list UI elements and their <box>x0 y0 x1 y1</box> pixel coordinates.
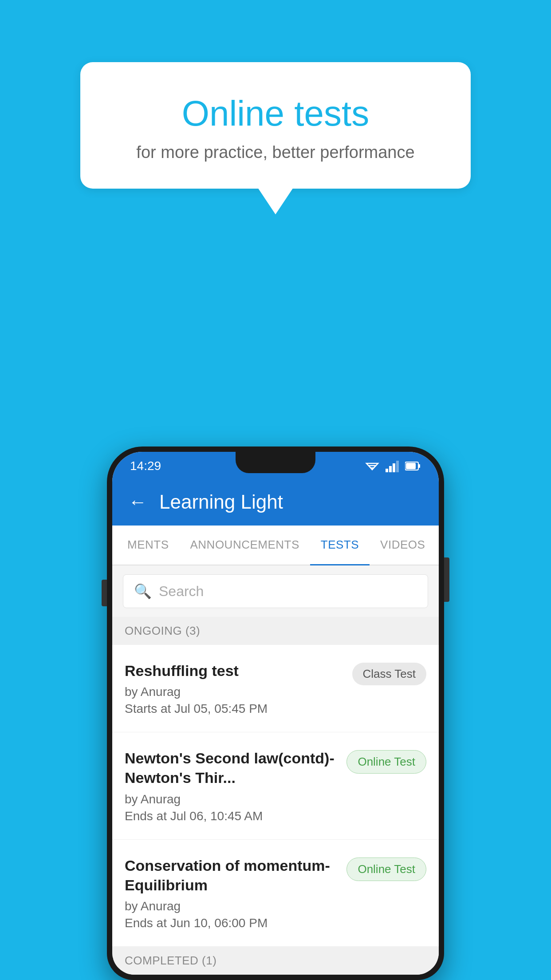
search-bar[interactable]: 🔍 Search <box>123 574 428 608</box>
test-item[interactable]: Reshuffling test by Anurag Starts at Jul… <box>112 645 439 732</box>
phone-wrapper: 14:29 <box>107 447 444 980</box>
test-time: Ends at Jun 10, 06:00 PM <box>125 916 338 930</box>
tabs-container: MENTS ANNOUNCEMENTS TESTS VIDEOS <box>112 526 439 565</box>
speech-bubble-title: Online tests <box>116 93 435 134</box>
battery-icon <box>405 461 421 471</box>
test-info: Newton's Second law(contd)-Newton's Thir… <box>125 748 346 823</box>
notch <box>236 452 315 473</box>
test-time: Ends at Jul 06, 10:45 AM <box>125 809 338 823</box>
test-badge-online-2: Online Test <box>346 858 426 881</box>
tab-tests[interactable]: TESTS <box>310 526 370 565</box>
status-bar: 14:29 <box>112 452 439 478</box>
svg-rect-1 <box>389 466 392 472</box>
ongoing-section-label: ONGOING (3) <box>112 617 439 645</box>
status-icons <box>364 460 421 472</box>
speech-bubble-tail <box>258 188 293 214</box>
test-info: Reshuffling test by Anurag Starts at Jul… <box>125 661 352 716</box>
test-info: Conservation of momentum-Equilibrium by … <box>125 856 346 930</box>
status-time: 14:29 <box>130 459 161 473</box>
test-author: by Anurag <box>125 685 343 699</box>
signal-icon <box>386 460 400 472</box>
svg-rect-5 <box>418 464 420 468</box>
test-title: Newton's Second law(contd)-Newton's Thir… <box>125 748 338 787</box>
test-author: by Anurag <box>125 899 338 913</box>
test-badge-class: Class Test <box>352 663 426 685</box>
app-bar: ← Learning Light <box>112 478 439 526</box>
search-container: 🔍 Search <box>112 565 439 617</box>
test-title: Reshuffling test <box>125 661 343 680</box>
speech-bubble-wrapper: Online tests for more practice, better p… <box>80 62 471 214</box>
tab-announcements[interactable]: ANNOUNCEMENTS <box>180 526 310 565</box>
svg-rect-6 <box>406 463 416 469</box>
test-title: Conservation of momentum-Equilibrium <box>125 856 338 895</box>
phone-screen: 14:29 <box>112 452 439 975</box>
svg-rect-3 <box>396 461 399 472</box>
completed-section-label: COMPLETED (1) <box>112 947 439 975</box>
test-author: by Anurag <box>125 792 338 806</box>
svg-rect-2 <box>393 463 395 472</box>
test-item[interactable]: Conservation of momentum-Equilibrium by … <box>112 840 439 947</box>
speech-bubble: Online tests for more practice, better p… <box>80 62 471 189</box>
test-badge-online: Online Test <box>346 750 426 774</box>
search-icon: 🔍 <box>134 583 152 600</box>
wifi-icon <box>364 460 380 472</box>
tab-videos[interactable]: VIDEOS <box>370 526 436 565</box>
test-time: Starts at Jul 05, 05:45 PM <box>125 702 343 716</box>
tab-ments[interactable]: MENTS <box>117 526 180 565</box>
back-button[interactable]: ← <box>128 491 147 513</box>
app-bar-title: Learning Light <box>159 491 283 513</box>
phone-frame: 14:29 <box>107 447 444 980</box>
svg-rect-0 <box>386 469 388 472</box>
test-list: Reshuffling test by Anurag Starts at Jul… <box>112 645 439 947</box>
speech-bubble-subtitle: for more practice, better performance <box>116 143 435 162</box>
test-item[interactable]: Newton's Second law(contd)-Newton's Thir… <box>112 732 439 839</box>
search-placeholder: Search <box>159 583 204 600</box>
